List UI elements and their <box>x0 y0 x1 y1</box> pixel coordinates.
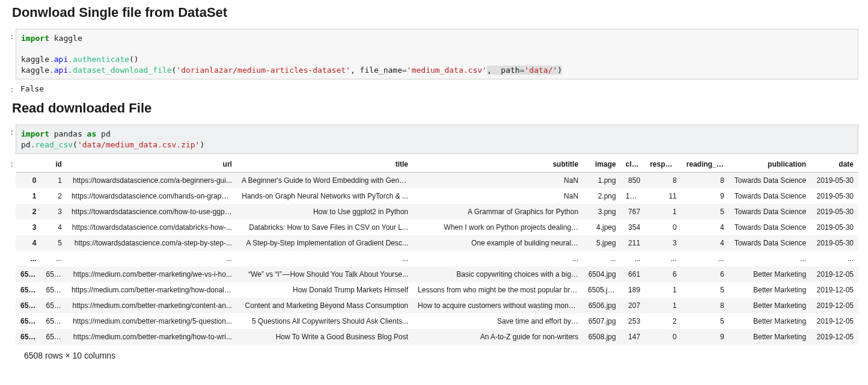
cell-claps: 850 <box>621 173 645 189</box>
cell-id: 6505 <box>41 282 66 298</box>
col-header-id: id <box>41 156 66 173</box>
cell-responses: 3 <box>645 235 682 251</box>
cell-publication: Towards Data Science <box>729 188 811 204</box>
table-row: 65046505https://medium.com/better-market… <box>16 282 858 298</box>
output-prompt: : <box>10 82 16 94</box>
cell-publication: Better Marketing <box>729 266 811 282</box>
cell-claps: 189 <box>621 282 645 298</box>
cell-id: 3 <box>41 204 66 220</box>
cell-publication: Better Marketing <box>729 298 811 313</box>
input-cell-1: : import kaggle kaggle.api.authenticate(… <box>10 29 858 79</box>
row-index: 6504 <box>16 282 41 298</box>
cell-url: https://towardsdatascience.com/a-beginne… <box>67 173 237 189</box>
cell-publication: Towards Data Science <box>729 235 811 251</box>
cell-publication: Better Marketing <box>729 282 811 298</box>
cell-url: https://medium.com/better-marketing/we-v… <box>67 266 237 282</box>
row-index: 1 <box>16 188 41 204</box>
table-row: 12https://towardsdatascience.com/hands-o… <box>16 188 858 204</box>
cell-title: How to Use ggplot2 in Python <box>237 204 413 220</box>
table-row: 45https://towardsdatascience.com/a-step-… <box>16 235 858 251</box>
cell-date: 2019-12-05 <box>811 313 858 329</box>
cell-image: 6506.jpg <box>583 298 621 313</box>
cell-reading_time: 9 <box>682 188 729 204</box>
cell-image: 6507.jpg <box>583 313 621 329</box>
row-index: 0 <box>16 173 41 189</box>
cell-reading_time: 4 <box>682 235 729 251</box>
output-text-1: False <box>16 82 858 96</box>
cell-claps: ... <box>621 251 645 266</box>
cell-url: https://medium.com/better-marketing/cont… <box>67 298 237 313</box>
cell-url: https://towardsdatascience.com/hands-on-… <box>67 188 237 204</box>
index-header <box>16 156 41 173</box>
cell-date: 2019-05-30 <box>811 173 858 189</box>
cell-responses: 1 <box>645 282 682 298</box>
cell-title: How Donald Trump Markets Himself <box>237 282 413 298</box>
cell-subtitle: One example of building neural… <box>413 235 583 251</box>
cell-subtitle: An A-to-Z guide for non-writers <box>413 329 583 345</box>
cell-subtitle: How to acquire customers without wasting… <box>413 298 583 313</box>
cell-claps: 661 <box>621 266 645 282</box>
cell-title: A Step-by-Step Implementation of Gradien… <box>237 235 413 251</box>
col-header-url: url <box>67 156 237 173</box>
cell-date: ... <box>811 251 858 266</box>
cell-url: https://medium.com/better-marketing/how-… <box>67 329 237 345</box>
cell-date: 2019-12-05 <box>811 298 858 313</box>
cell-subtitle: ... <box>413 251 583 266</box>
cell-reading_time: 8 <box>682 173 729 189</box>
col-header-responses: responses <box>645 156 682 173</box>
cell-image: 6504.jpg <box>583 266 621 282</box>
output-cell-2: : id url title subtitle image claps resp… <box>10 156 858 360</box>
table-row: 01https://towardsdatascience.com/a-begin… <box>16 173 858 189</box>
cell-responses: 6 <box>645 266 682 282</box>
code-block-2[interactable]: import pandas as pd pd.read_csv('data/me… <box>16 125 858 154</box>
col-header-reading-time: reading_time <box>682 156 729 173</box>
cell-claps: 1100 <box>621 188 645 204</box>
cell-claps: 147 <box>621 329 645 345</box>
col-header-image: image <box>583 156 621 173</box>
cell-responses: ... <box>645 251 682 266</box>
output-prompt: : <box>10 156 16 168</box>
row-index: 6507 <box>16 329 41 345</box>
cell-url: https://medium.com/better-marketing/5-qu… <box>67 313 237 329</box>
cell-image: ... <box>583 251 621 266</box>
cell-url: ... <box>67 251 237 266</box>
cell-publication: ... <box>729 251 811 266</box>
cell-date: 2019-05-30 <box>811 220 858 235</box>
cell-responses: 11 <box>645 188 682 204</box>
cell-image: 1.png <box>583 173 621 189</box>
cell-url: https://towardsdatascience.com/a-step-by… <box>67 235 237 251</box>
row-index: 3 <box>16 220 41 235</box>
cell-title: How To Write a Good Business Blog Post <box>237 329 413 345</box>
cell-reading_time: 9 <box>682 329 729 345</box>
cell-publication: Towards Data Science <box>729 204 811 220</box>
table-row: 65056506https://medium.com/better-market… <box>16 298 858 313</box>
cell-id: 6506 <box>41 298 66 313</box>
cell-subtitle: Save time and effort by… <box>413 313 583 329</box>
row-index: 6505 <box>16 298 41 313</box>
cell-id: 6508 <box>41 329 66 345</box>
cell-title: A Beginner's Guide to Word Embedding wit… <box>237 173 413 189</box>
cell-id: 6504 <box>41 266 66 282</box>
row-index: 6503 <box>16 266 41 282</box>
table-row: 65036504https://medium.com/better-market… <box>16 266 858 282</box>
cell-responses: 1 <box>645 298 682 313</box>
cell-id: 6507 <box>41 313 66 329</box>
cell-image: 4.jpeg <box>583 220 621 235</box>
cell-id: 1 <box>41 173 66 189</box>
table-row: 34https://towardsdatascience.com/databri… <box>16 220 858 235</box>
cell-publication: Towards Data Science <box>729 173 811 189</box>
col-header-title: title <box>237 156 413 173</box>
cell-reading_time: 5 <box>682 204 729 220</box>
cell-reading_time: 8 <box>682 298 729 313</box>
cell-date: 2019-05-30 <box>811 204 858 220</box>
cell-image: 5.jpeg <box>583 235 621 251</box>
cell-subtitle: Basic copywriting choices with a big… <box>413 266 583 282</box>
cell-image: 2.png <box>583 188 621 204</box>
cell-publication: Better Marketing <box>729 313 811 329</box>
cell-subtitle: NaN <box>413 173 583 189</box>
cell-title: 5 Questions All Copywriters Should Ask C… <box>237 313 413 329</box>
row-index: 2 <box>16 204 41 220</box>
cell-id: 2 <box>41 188 66 204</box>
code-block-1[interactable]: import kaggle kaggle.api.authenticate() … <box>16 29 858 79</box>
col-header-publication: publication <box>729 156 811 173</box>
